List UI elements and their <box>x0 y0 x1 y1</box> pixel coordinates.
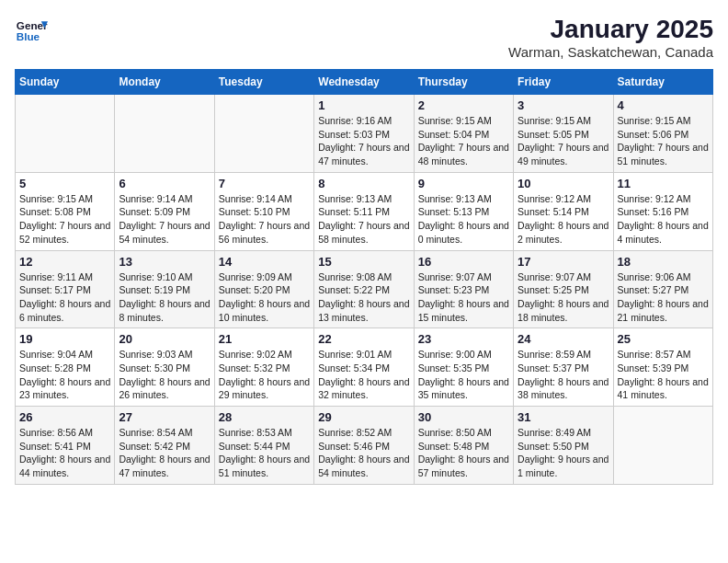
calendar-cell: 7Sunrise: 9:14 AMSunset: 5:10 PMDaylight… <box>214 172 313 250</box>
calendar-cell: 12Sunrise: 9:11 AMSunset: 5:17 PMDayligh… <box>16 250 115 328</box>
calendar-cell: 14Sunrise: 9:09 AMSunset: 5:20 PMDayligh… <box>214 250 313 328</box>
day-info: Sunrise: 9:06 AMSunset: 5:27 PMDaylight:… <box>618 270 709 325</box>
day-number: 28 <box>219 410 310 424</box>
day-info: Sunrise: 9:15 AMSunset: 5:06 PMDaylight:… <box>618 114 709 168</box>
svg-text:Blue: Blue <box>17 30 40 42</box>
day-number: 15 <box>318 255 409 269</box>
day-info: Sunrise: 8:57 AMSunset: 5:39 PMDaylight:… <box>618 348 709 402</box>
day-header-thursday: Thursday <box>414 70 513 95</box>
calendar-cell <box>115 95 214 173</box>
day-info: Sunrise: 9:15 AMSunset: 5:04 PMDaylight:… <box>418 114 509 168</box>
calendar-cell: 20Sunrise: 9:03 AMSunset: 5:30 PMDayligh… <box>115 328 214 407</box>
day-info: Sunrise: 9:01 AMSunset: 5:34 PMDaylight:… <box>318 348 409 402</box>
calendar-cell: 15Sunrise: 9:08 AMSunset: 5:22 PMDayligh… <box>314 250 414 328</box>
day-info: Sunrise: 9:00 AMSunset: 5:35 PMDaylight:… <box>418 348 509 402</box>
day-info: Sunrise: 9:12 AMSunset: 5:14 PMDaylight:… <box>518 192 609 247</box>
logo-icon: General Blue <box>15 15 48 48</box>
day-number: 22 <box>318 332 409 346</box>
day-header-sunday: Sunday <box>16 70 115 95</box>
day-header-saturday: Saturday <box>613 70 712 95</box>
day-number: 27 <box>119 410 210 424</box>
calendar-week-5: 26Sunrise: 8:56 AMSunset: 5:41 PMDayligh… <box>16 407 713 485</box>
calendar-cell: 8Sunrise: 9:13 AMSunset: 5:11 PMDaylight… <box>314 172 414 250</box>
day-info: Sunrise: 8:52 AMSunset: 5:46 PMDaylight:… <box>318 426 409 480</box>
day-info: Sunrise: 8:56 AMSunset: 5:41 PMDaylight:… <box>19 426 110 480</box>
calendar-cell: 26Sunrise: 8:56 AMSunset: 5:41 PMDayligh… <box>16 407 115 485</box>
calendar-cell: 1Sunrise: 9:16 AMSunset: 5:03 PMDaylight… <box>314 95 414 173</box>
day-info: Sunrise: 9:16 AMSunset: 5:03 PMDaylight:… <box>318 114 409 168</box>
calendar-cell <box>613 407 712 485</box>
day-header-wednesday: Wednesday <box>314 70 414 95</box>
calendar-cell: 27Sunrise: 8:54 AMSunset: 5:42 PMDayligh… <box>115 407 214 485</box>
calendar-cell: 19Sunrise: 9:04 AMSunset: 5:28 PMDayligh… <box>16 328 115 407</box>
day-number: 2 <box>418 98 509 112</box>
day-number: 17 <box>518 255 609 269</box>
day-info: Sunrise: 8:54 AMSunset: 5:42 PMDaylight:… <box>119 426 210 480</box>
main-title: January 2025 <box>508 15 713 44</box>
calendar-cell: 31Sunrise: 8:49 AMSunset: 5:50 PMDayligh… <box>514 407 613 485</box>
calendar-week-2: 5Sunrise: 9:15 AMSunset: 5:08 PMDaylight… <box>16 172 713 250</box>
day-info: Sunrise: 9:02 AMSunset: 5:32 PMDaylight:… <box>219 348 310 402</box>
day-number: 20 <box>119 332 210 346</box>
day-number: 9 <box>418 177 509 190</box>
calendar-cell <box>214 95 313 173</box>
day-number: 16 <box>418 255 509 269</box>
calendar-cell: 4Sunrise: 9:15 AMSunset: 5:06 PMDaylight… <box>613 95 712 173</box>
calendar-week-1: 1Sunrise: 9:16 AMSunset: 5:03 PMDaylight… <box>16 95 713 173</box>
day-number: 26 <box>19 410 110 424</box>
day-info: Sunrise: 8:49 AMSunset: 5:50 PMDaylight:… <box>518 426 609 480</box>
calendar-cell: 10Sunrise: 9:12 AMSunset: 5:14 PMDayligh… <box>514 172 613 250</box>
day-info: Sunrise: 9:11 AMSunset: 5:17 PMDaylight:… <box>19 270 110 325</box>
day-number: 13 <box>119 255 210 269</box>
day-info: Sunrise: 9:13 AMSunset: 5:13 PMDaylight:… <box>418 192 509 247</box>
day-info: Sunrise: 9:14 AMSunset: 5:10 PMDaylight:… <box>219 192 310 247</box>
day-number: 6 <box>119 177 210 190</box>
day-info: Sunrise: 8:50 AMSunset: 5:48 PMDaylight:… <box>418 426 509 480</box>
day-number: 1 <box>318 98 409 112</box>
day-number: 30 <box>418 410 509 424</box>
calendar-cell: 25Sunrise: 8:57 AMSunset: 5:39 PMDayligh… <box>613 328 712 407</box>
calendar-cell: 6Sunrise: 9:14 AMSunset: 5:09 PMDaylight… <box>115 172 214 250</box>
day-number: 31 <box>518 410 609 424</box>
day-number: 4 <box>618 98 709 112</box>
subtitle: Warman, Saskatchewan, Canada <box>508 44 713 60</box>
day-number: 7 <box>219 177 310 190</box>
day-number: 14 <box>219 255 310 269</box>
day-info: Sunrise: 9:15 AMSunset: 5:08 PMDaylight:… <box>19 192 110 247</box>
day-info: Sunrise: 9:03 AMSunset: 5:30 PMDaylight:… <box>119 348 210 402</box>
calendar-table: SundayMondayTuesdayWednesdayThursdayFrid… <box>15 69 713 485</box>
calendar-cell <box>16 95 115 173</box>
day-info: Sunrise: 9:10 AMSunset: 5:19 PMDaylight:… <box>119 270 210 325</box>
day-info: Sunrise: 8:59 AMSunset: 5:37 PMDaylight:… <box>518 348 609 402</box>
day-number: 29 <box>318 410 409 424</box>
day-number: 10 <box>518 177 609 190</box>
day-number: 18 <box>618 255 709 269</box>
day-number: 3 <box>518 98 609 112</box>
day-info: Sunrise: 9:14 AMSunset: 5:09 PMDaylight:… <box>119 192 210 247</box>
calendar-cell: 5Sunrise: 9:15 AMSunset: 5:08 PMDaylight… <box>16 172 115 250</box>
calendar-cell: 9Sunrise: 9:13 AMSunset: 5:13 PMDaylight… <box>414 172 513 250</box>
calendar-cell: 3Sunrise: 9:15 AMSunset: 5:05 PMDaylight… <box>514 95 613 173</box>
calendar-week-4: 19Sunrise: 9:04 AMSunset: 5:28 PMDayligh… <box>16 328 713 407</box>
day-info: Sunrise: 9:12 AMSunset: 5:16 PMDaylight:… <box>618 192 709 247</box>
calendar-cell: 13Sunrise: 9:10 AMSunset: 5:19 PMDayligh… <box>115 250 214 328</box>
day-info: Sunrise: 9:15 AMSunset: 5:05 PMDaylight:… <box>518 114 609 168</box>
day-number: 19 <box>19 332 110 346</box>
calendar-cell: 22Sunrise: 9:01 AMSunset: 5:34 PMDayligh… <box>314 328 414 407</box>
day-info: Sunrise: 9:09 AMSunset: 5:20 PMDaylight:… <box>219 270 310 325</box>
day-info: Sunrise: 9:13 AMSunset: 5:11 PMDaylight:… <box>318 192 409 247</box>
calendar-cell: 16Sunrise: 9:07 AMSunset: 5:23 PMDayligh… <box>414 250 513 328</box>
day-number: 25 <box>618 332 709 346</box>
calendar-cell: 11Sunrise: 9:12 AMSunset: 5:16 PMDayligh… <box>613 172 712 250</box>
day-number: 8 <box>318 177 409 190</box>
day-info: Sunrise: 9:07 AMSunset: 5:25 PMDaylight:… <box>518 270 609 325</box>
day-info: Sunrise: 8:53 AMSunset: 5:44 PMDaylight:… <box>219 426 310 480</box>
calendar-header: SundayMondayTuesdayWednesdayThursdayFrid… <box>16 70 713 95</box>
day-header-friday: Friday <box>514 70 613 95</box>
day-number: 24 <box>518 332 609 346</box>
day-number: 5 <box>19 177 110 190</box>
day-number: 21 <box>219 332 310 346</box>
page-header: General Blue January 2025 Warman, Saskat… <box>15 15 713 60</box>
day-info: Sunrise: 9:07 AMSunset: 5:23 PMDaylight:… <box>418 270 509 325</box>
calendar-week-3: 12Sunrise: 9:11 AMSunset: 5:17 PMDayligh… <box>16 250 713 328</box>
